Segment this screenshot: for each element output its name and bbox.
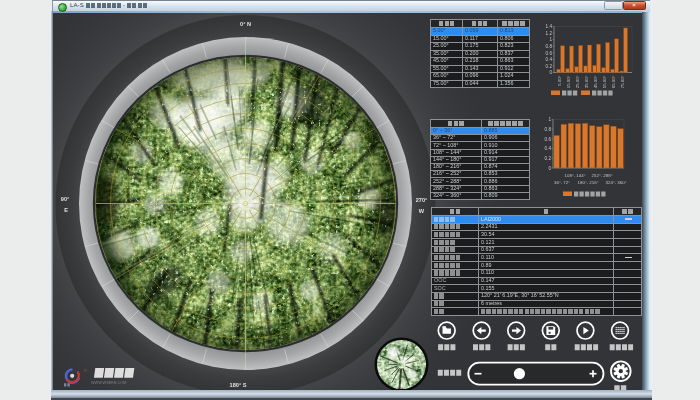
svg-text:0.4: 0.4: [546, 57, 553, 62]
svg-text:25.00°: 25.00°: [575, 75, 580, 88]
svg-text:252°- 288°: 252°- 288°: [592, 173, 613, 178]
svg-text:0: 0: [548, 166, 551, 171]
svg-text:324°- 360°: 324°- 360°: [606, 180, 627, 185]
svg-text:0.2: 0.2: [545, 156, 552, 161]
svg-text:90°: 90°: [61, 196, 69, 202]
svg-text:0.2: 0.2: [546, 64, 553, 69]
svg-text:0° N: 0° N: [240, 21, 251, 27]
svg-text:55.00°: 55.00°: [602, 75, 607, 88]
svg-text:0.6: 0.6: [545, 137, 552, 142]
svg-text:0.8: 0.8: [545, 127, 552, 132]
svg-text:270°: 270°: [416, 197, 428, 203]
svg-text:45.00°: 45.00°: [593, 75, 598, 88]
svg-text:1: 1: [549, 37, 552, 42]
svg-text:0.8: 0.8: [546, 44, 553, 49]
svg-text:WWW.WSEEN.COM: WWW.WSEEN.COM: [91, 381, 126, 385]
svg-text:1.2: 1.2: [546, 31, 553, 36]
svg-text:1.4: 1.4: [546, 24, 553, 29]
svg-text:180°- 216°: 180°- 216°: [578, 180, 599, 185]
svg-text:36°- 72°: 36°- 72°: [554, 180, 570, 185]
svg-text:®: ®: [84, 369, 87, 373]
svg-text:W: W: [419, 208, 425, 214]
svg-text:1: 1: [548, 117, 551, 122]
svg-text:0: 0: [549, 70, 552, 75]
svg-text:E: E: [64, 207, 68, 213]
svg-text:108°- 144°: 108°- 144°: [565, 173, 586, 178]
svg-text:15.00°: 15.00°: [566, 75, 571, 88]
svg-text:65.00°: 65.00°: [611, 75, 616, 88]
svg-text:0.6: 0.6: [546, 51, 553, 56]
svg-text:35.00°: 35.00°: [584, 75, 589, 88]
svg-text:5.00°: 5.00°: [557, 75, 562, 86]
svg-text:75.00°: 75.00°: [620, 75, 625, 88]
svg-text:180° S: 180° S: [230, 382, 247, 388]
svg-text:0.4: 0.4: [545, 146, 552, 151]
